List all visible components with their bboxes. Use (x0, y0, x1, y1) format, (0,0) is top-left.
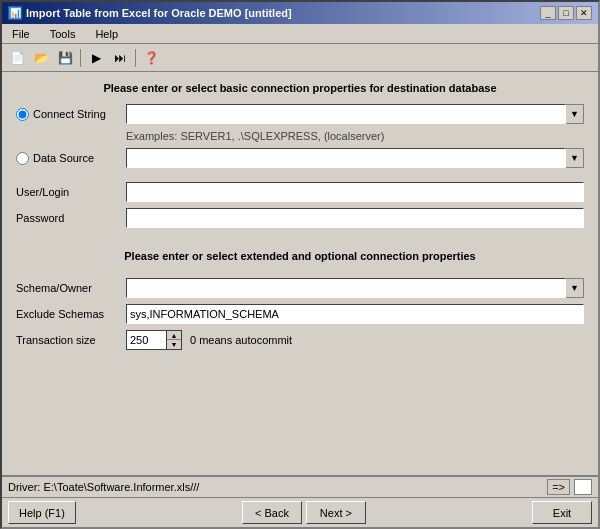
connect-string-combo: ▼ (126, 104, 584, 124)
connect-string-dropdown[interactable]: ▼ (566, 104, 584, 124)
menu-bar: File Tools Help (2, 24, 598, 44)
schema-owner-dropdown[interactable]: ▼ (566, 278, 584, 298)
user-login-label: User/Login (16, 186, 126, 198)
user-login-input[interactable] (126, 182, 584, 202)
schema-owner-combo: ▼ (126, 278, 584, 298)
back-button[interactable]: < Back (242, 501, 302, 524)
transaction-size-spinbox: ▲ ▼ 0 means autocommit (126, 330, 292, 350)
close-button[interactable]: ✕ (576, 6, 592, 20)
connect-string-row: Connect String ▼ (16, 104, 584, 124)
transaction-size-hint: 0 means autocommit (190, 334, 292, 346)
toolbar-separator2 (135, 49, 136, 67)
app-icon: 📊 (8, 6, 22, 20)
open-button[interactable]: 📂 (30, 47, 52, 69)
status-arrow: => (547, 479, 570, 495)
toolbar: 📄 📂 💾 ▶ ⏭ ❓ (2, 44, 598, 72)
exclude-schemas-input[interactable] (126, 304, 584, 324)
save-button[interactable]: 💾 (54, 47, 76, 69)
connect-string-radio-label[interactable]: Connect String (16, 108, 126, 121)
connect-string-input[interactable] (126, 104, 566, 124)
help-button[interactable]: ❓ (140, 47, 162, 69)
data-source-input[interactable] (126, 148, 566, 168)
schema-owner-row: Schema/Owner ▼ (16, 278, 584, 298)
minimize-button[interactable]: _ (540, 6, 556, 20)
section1-title: Please enter or select basic connection … (16, 82, 584, 94)
menu-help[interactable]: Help (89, 26, 124, 42)
spin-up-button[interactable]: ▲ (167, 331, 181, 340)
exclude-schemas-label: Exclude Schemas (16, 308, 126, 320)
next-button[interactable]: Next > (306, 501, 366, 524)
password-label: Password (16, 212, 126, 224)
driver-text: Driver: E:\Toate\Software.Informer.xls//… (8, 481, 543, 493)
status-bar: Driver: E:\Toate\Software.Informer.xls//… (2, 475, 598, 497)
connect-string-radio[interactable] (16, 108, 29, 121)
help-f1-button[interactable]: Help (F1) (8, 501, 76, 524)
main-content: Please enter or select basic connection … (2, 72, 598, 475)
schema-owner-label: Schema/Owner (16, 282, 126, 294)
spin-down-button[interactable]: ▼ (167, 340, 181, 349)
data-source-label: Data Source (33, 152, 94, 164)
connect-string-label: Connect String (33, 108, 106, 120)
menu-tools[interactable]: Tools (44, 26, 82, 42)
bottom-bar: Help (F1) < Back Next > Exit (2, 497, 598, 527)
user-login-row: User/Login (16, 182, 584, 202)
data-source-dropdown[interactable]: ▼ (566, 148, 584, 168)
toolbar-separator (80, 49, 81, 67)
exit-button[interactable]: Exit (532, 501, 592, 524)
data-source-radio[interactable] (16, 152, 29, 165)
window-title: Import Table from Excel for Oracle DEMO … (26, 7, 292, 19)
menu-file[interactable]: File (6, 26, 36, 42)
schema-owner-input[interactable] (126, 278, 566, 298)
run-button[interactable]: ▶ (85, 47, 107, 69)
new-button[interactable]: 📄 (6, 47, 28, 69)
transaction-size-input[interactable] (126, 330, 166, 350)
password-input[interactable] (126, 208, 584, 228)
exclude-schemas-row: Exclude Schemas (16, 304, 584, 324)
spinbox-buttons: ▲ ▼ (166, 330, 182, 350)
forward-button[interactable]: ⏭ (109, 47, 131, 69)
password-row: Password (16, 208, 584, 228)
data-source-row: Data Source ▼ (16, 148, 584, 168)
data-source-radio-label[interactable]: Data Source (16, 152, 126, 165)
transaction-size-row: Transaction size ▲ ▼ 0 means autocommit (16, 330, 584, 350)
section2-title: Please enter or select extended and opti… (16, 250, 584, 262)
status-box (574, 479, 592, 495)
title-bar: 📊 Import Table from Excel for Oracle DEM… (2, 2, 598, 24)
transaction-size-label: Transaction size (16, 334, 126, 346)
data-source-combo: ▼ (126, 148, 584, 168)
connect-string-hint: Examples: SERVER1, .\SQLEXPRESS, (locals… (126, 130, 584, 142)
maximize-button[interactable]: □ (558, 6, 574, 20)
